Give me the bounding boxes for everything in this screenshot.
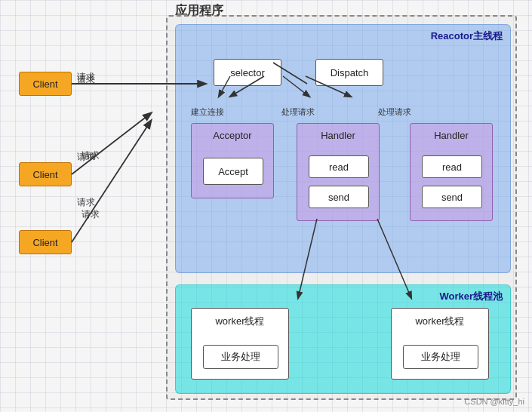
worker-pool-label: Worker线程池: [439, 290, 503, 303]
selector-label: selector: [230, 67, 265, 78]
client2-box: Client: [19, 162, 72, 186]
worker2-label: worker线程: [392, 315, 488, 328]
app-container: 应用程序 Reacotor主线程 selector Dispatch 建立连接 …: [166, 15, 517, 400]
reactor-label: Reacotor主线程: [431, 29, 503, 43]
handle-req1-label: 处理请求: [281, 106, 315, 118]
selector-box: selector: [214, 59, 281, 86]
canvas: 应用程序 Reacotor主线程 selector Dispatch 建立连接 …: [0, 0, 532, 412]
send2-label: send: [441, 192, 463, 203]
reactor-area: Reacotor主线程 selector Dispatch 建立连接 处理请求 …: [175, 24, 511, 273]
business1-label: 业务处理: [221, 350, 260, 364]
request1-label: 请求: [77, 74, 95, 87]
handler1-box: Handler read send: [297, 123, 380, 221]
business1-box: 业务处理: [203, 345, 278, 369]
handler2-label: Handler: [411, 130, 492, 141]
svg-line-2: [72, 113, 151, 174]
build-conn-label: 建立连接: [191, 106, 224, 118]
send1-box: send: [309, 186, 369, 208]
read2-box: read: [422, 155, 482, 178]
handler2-box: Handler read send: [410, 123, 493, 221]
handle-req2-label: 处理请求: [378, 106, 411, 118]
dispatch-box: Dispatch: [315, 59, 383, 86]
client2-label: Client: [32, 169, 57, 180]
read1-box: read: [309, 155, 369, 178]
accept-label: Accept: [218, 166, 248, 177]
worker1-label: worker线程: [192, 315, 288, 328]
request2-label: 请求: [77, 151, 95, 164]
business2-box: 业务处理: [403, 345, 478, 369]
client3-label: Client: [32, 237, 57, 248]
app-label: 应用程序: [175, 3, 223, 19]
send1-label: send: [328, 192, 349, 203]
dispatch-label: Dispatch: [331, 67, 369, 78]
watermark: CSDN @kitty_hi: [464, 397, 524, 406]
read1-label: read: [329, 161, 349, 173]
client3-box: Client: [19, 230, 72, 254]
client1-label: Client: [32, 78, 57, 90]
handler1-label: Handler: [297, 130, 379, 141]
send2-box: send: [422, 186, 482, 208]
svg-text:请求: 请求: [81, 209, 100, 220]
worker-area: Worker线程池 worker线程 业务处理 worker线程 业务处理: [175, 284, 511, 394]
client1-box: Client: [19, 72, 72, 96]
business2-label: 业务处理: [421, 350, 460, 364]
read2-label: read: [442, 161, 462, 173]
accept-box: Accept: [203, 158, 263, 185]
svg-line-4: [72, 121, 151, 242]
worker1-box: worker线程 业务处理: [191, 308, 289, 380]
acceptor-label: Acceptor: [192, 130, 273, 141]
worker2-box: worker线程 业务处理: [391, 308, 489, 380]
request3-label: 请求: [77, 196, 95, 209]
acceptor-box: Acceptor Accept: [191, 123, 274, 198]
